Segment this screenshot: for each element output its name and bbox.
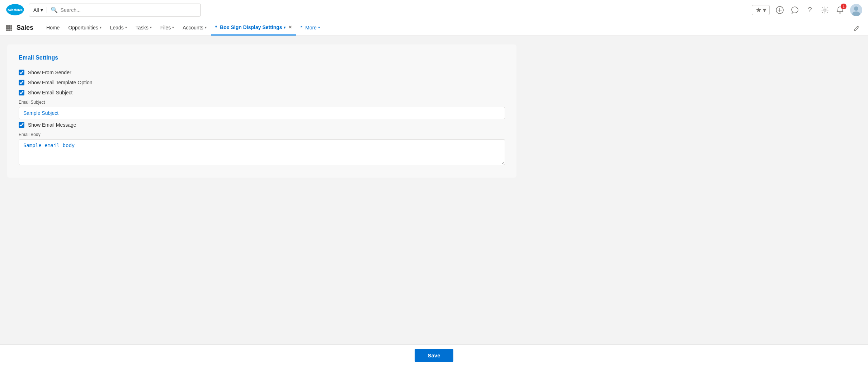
settings-icon[interactable]	[820, 5, 830, 15]
show-email-message-checkbox[interactable]	[19, 122, 24, 128]
search-scope-chevron: ▾	[41, 7, 43, 13]
search-bar: All ▾ 🔍	[29, 4, 201, 17]
more-chevron-icon: ▾	[318, 25, 320, 29]
show-from-sender-row: Show From Sender	[19, 70, 505, 75]
box-sign-label: Box Sign Display Settings	[220, 24, 282, 30]
search-icon: 🔍	[51, 6, 58, 13]
show-email-template-label: Show Email Template Option	[28, 80, 93, 85]
nav-item-files[interactable]: Files ▾	[156, 20, 179, 36]
top-bar: salesforce All ▾ 🔍 ★ ▾ ?	[0, 0, 868, 20]
svg-text:salesforce: salesforce	[8, 8, 23, 11]
email-subject-label: Email Subject	[19, 100, 505, 105]
star-icon: ★	[756, 6, 761, 14]
box-sign-close-icon[interactable]: ✕	[288, 25, 292, 30]
notification-badge: 1	[841, 4, 846, 9]
top-bar-actions: ★ ▾ ? 1	[752, 4, 862, 16]
email-body-textarea[interactable]: Sample email body	[19, 139, 505, 165]
nav-edit-icon[interactable]	[851, 20, 862, 36]
more-asterisk: *	[301, 25, 304, 30]
avatar[interactable]	[850, 4, 862, 16]
nav-bar: Sales Home Opportunities ▾ Leads ▾ Tasks…	[0, 20, 868, 36]
svg-rect-17	[10, 29, 12, 31]
leads-chevron-icon: ▾	[125, 25, 127, 29]
email-settings-title: Email Settings	[19, 55, 505, 61]
accounts-chevron-icon: ▾	[205, 25, 207, 29]
files-chevron-icon: ▾	[172, 25, 174, 29]
nav-item-leads[interactable]: Leads ▾	[106, 20, 131, 36]
svg-rect-15	[6, 29, 8, 31]
nav-item-tasks[interactable]: Tasks ▾	[131, 20, 156, 36]
nav-item-box-sign[interactable]: * Box Sign Display Settings ▾ ✕	[211, 20, 296, 36]
show-from-sender-label: Show From Sender	[28, 70, 71, 75]
show-email-template-checkbox[interactable]	[19, 80, 24, 85]
svg-point-5	[824, 9, 826, 11]
svg-rect-12	[6, 27, 8, 29]
email-body-label: Email Body	[19, 132, 505, 137]
show-from-sender-checkbox[interactable]	[19, 70, 24, 75]
svg-point-7	[854, 6, 858, 11]
notifications-icon[interactable]: 1	[835, 5, 845, 15]
svg-rect-16	[8, 29, 10, 31]
svg-rect-14	[10, 27, 12, 29]
help-icon[interactable]: ?	[805, 5, 815, 15]
show-email-message-label: Show Email Message	[28, 122, 76, 128]
main-content: Email Settings Show From Sender Show Ema…	[0, 36, 868, 344]
box-sign-asterisk: *	[215, 24, 218, 30]
opportunities-chevron-icon: ▾	[100, 25, 102, 29]
app-name: Sales	[15, 20, 35, 36]
tasks-chevron-icon: ▾	[150, 25, 152, 29]
app-launcher-icon[interactable]	[6, 20, 12, 36]
favorites-button[interactable]: ★ ▾	[752, 5, 770, 15]
svg-rect-11	[10, 25, 12, 27]
salesforce-logo[interactable]: salesforce	[6, 4, 24, 17]
show-email-subject-label: Show Email Subject	[28, 90, 73, 95]
nav-item-more[interactable]: * More ▾	[296, 20, 324, 36]
add-button[interactable]	[775, 5, 785, 15]
show-email-subject-row: Show Email Subject	[19, 90, 505, 95]
svg-rect-9	[6, 25, 8, 27]
show-email-subject-checkbox[interactable]	[19, 90, 24, 95]
show-email-message-row: Show Email Message	[19, 122, 505, 128]
nav-item-home[interactable]: Home	[42, 20, 64, 36]
favorites-chevron-icon: ▾	[763, 6, 766, 14]
nav-item-accounts[interactable]: Accounts ▾	[178, 20, 211, 36]
chatter-icon[interactable]	[790, 5, 800, 15]
search-scope-label: All	[33, 7, 39, 13]
email-settings-card: Email Settings Show From Sender Show Ema…	[7, 44, 516, 178]
email-subject-input[interactable]	[19, 107, 505, 119]
nav-item-opportunities[interactable]: Opportunities ▾	[64, 20, 105, 36]
search-input[interactable]	[61, 7, 196, 13]
show-email-template-row: Show Email Template Option	[19, 80, 505, 85]
box-sign-chevron-icon: ▾	[284, 25, 286, 29]
search-scope-selector[interactable]: All ▾	[33, 7, 47, 13]
more-label: More	[305, 25, 317, 30]
svg-rect-10	[8, 25, 10, 27]
svg-rect-13	[8, 27, 10, 29]
